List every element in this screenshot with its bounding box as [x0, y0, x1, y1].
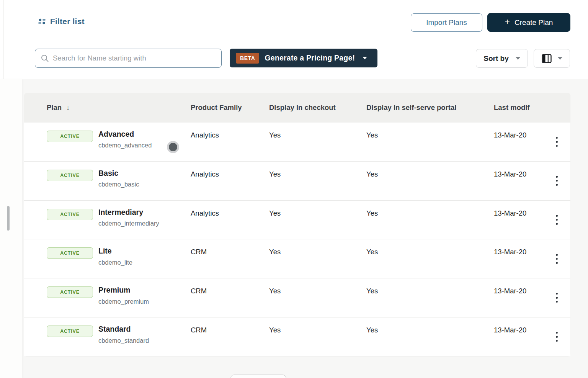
actions-cell [543, 123, 570, 161]
kebab-menu-button[interactable] [550, 172, 563, 190]
scrollbar-handle[interactable] [7, 206, 10, 231]
column-header-plan-label: Plan [47, 103, 62, 112]
table-row[interactable]: ACTIVE Lite cbdemo_lite CRM Yes Yes 13-M… [24, 239, 570, 278]
plan-cell: ACTIVE Lite cbdemo_lite [24, 239, 191, 278]
product-family-cell: Analytics [191, 201, 269, 239]
display-in-portal-cell: Yes [366, 239, 494, 278]
table-row[interactable]: ACTIVE Intermediary cbdemo_intermediary … [24, 201, 570, 240]
plus-icon: + [505, 18, 510, 26]
kebab-menu-button[interactable] [550, 211, 563, 229]
product-family-cell: CRM [191, 317, 269, 356]
actions-cell [543, 162, 570, 200]
page-header: Filter list Import Plans + Create Plan B… [0, 0, 588, 79]
sort-by-label: Sort by [483, 54, 508, 63]
status-badge: ACTIVE [47, 286, 93, 298]
chevron-down-icon [558, 57, 562, 60]
plan-id: cbdemo_standard [98, 337, 149, 344]
search-icon [41, 54, 49, 62]
beta-badge: BETA [236, 53, 259, 64]
header-divider [25, 40, 588, 40]
display-in-checkout-cell: Yes [269, 317, 366, 356]
status-badge: ACTIVE [47, 131, 93, 142]
column-header-display-in-portal: Display in self-serve portal [366, 103, 494, 112]
display-in-portal-cell: Yes [366, 278, 494, 317]
search-input[interactable] [53, 54, 216, 62]
plan-name[interactable]: Lite [98, 247, 132, 255]
display-in-portal-cell: Yes [366, 123, 494, 161]
filter-icon [38, 18, 46, 25]
plan-id: cbdemo_intermediary [98, 220, 159, 227]
product-family-cell: CRM [191, 278, 269, 317]
create-plan-label: Create Plan [514, 18, 553, 27]
plan-cell: ACTIVE Advanced cbdemo_advanced [24, 123, 191, 161]
plan-id: cbdemo_lite [98, 259, 132, 266]
import-plans-label: Import Plans [426, 18, 467, 27]
left-edge-divider [3, 0, 4, 79]
column-header-product-family: Product Family [191, 103, 269, 112]
status-badge: ACTIVE [47, 326, 93, 337]
plan-cell: ACTIVE Premium cbdemo_premium [24, 278, 191, 317]
table-row[interactable]: ACTIVE Premium cbdemo_premium CRM Yes Ye… [24, 278, 570, 317]
sort-direction-icon: ↓ [66, 103, 70, 112]
left-rail [0, 79, 22, 378]
table-header-row: Plan ↓ Product Family Display in checkou… [24, 93, 570, 123]
product-family-cell: CRM [191, 239, 269, 278]
display-in-checkout-cell: Yes [269, 162, 366, 200]
plan-name[interactable]: Basic [98, 169, 139, 177]
plan-cell: ACTIVE Standard cbdemo_standard [24, 317, 191, 356]
display-in-portal-cell: Yes [366, 201, 494, 239]
import-plans-button[interactable]: Import Plans [411, 13, 482, 32]
kebab-menu-button[interactable] [550, 133, 563, 151]
last-modified-cell: 13-Mar-20 [494, 239, 543, 278]
actions-cell [543, 317, 570, 356]
create-plan-button[interactable]: + Create Plan [487, 13, 570, 32]
load-more-button[interactable] [230, 375, 286, 378]
sort-by-button[interactable]: Sort by [476, 49, 528, 68]
filter-list-button[interactable]: Filter list [38, 17, 85, 26]
last-modified-cell: 13-Mar-20 [494, 317, 543, 356]
chevron-down-icon [516, 57, 520, 60]
plan-name[interactable]: Advanced [98, 130, 152, 138]
plan-id: cbdemo_premium [98, 298, 149, 305]
display-in-checkout-cell: Yes [269, 201, 366, 239]
plan-cell: ACTIVE Basic cbdemo_basic [24, 162, 191, 200]
table-row[interactable]: ACTIVE Advanced cbdemo_advanced Analytic… [24, 123, 570, 162]
column-header-display-in-checkout: Display in checkout [269, 103, 366, 112]
actions-cell [543, 239, 570, 278]
kebab-menu-button[interactable] [550, 328, 563, 346]
columns-icon [542, 54, 552, 63]
plan-name[interactable]: Intermediary [98, 208, 159, 216]
actions-cell [543, 278, 570, 317]
cursor-indicator [169, 143, 177, 151]
status-badge: ACTIVE [47, 247, 93, 259]
generate-pricing-page-button[interactable]: BETA Generate a Pricing Page! [230, 49, 377, 67]
plan-name[interactable]: Premium [98, 286, 149, 294]
column-header-plan[interactable]: Plan ↓ [24, 103, 191, 112]
actions-cell [543, 201, 570, 239]
status-badge: ACTIVE [47, 209, 93, 220]
last-modified-cell: 13-Mar-20 [494, 162, 543, 200]
column-settings-button[interactable] [534, 49, 570, 68]
plan-cell: ACTIVE Intermediary cbdemo_intermediary [24, 201, 191, 239]
pricing-page-label: Generate a Pricing Page! [265, 54, 355, 62]
status-badge: ACTIVE [47, 170, 93, 181]
product-family-cell: Analytics [191, 162, 269, 200]
search-box[interactable] [35, 49, 222, 68]
column-header-last-modified: Last modif [494, 103, 543, 112]
display-in-portal-cell: Yes [366, 317, 494, 356]
chevron-down-icon [363, 57, 367, 59]
table-row[interactable]: ACTIVE Basic cbdemo_basic Analytics Yes … [24, 162, 570, 201]
last-modified-cell: 13-Mar-20 [494, 123, 543, 161]
display-in-checkout-cell: Yes [269, 239, 366, 278]
plans-table: Plan ↓ Product Family Display in checkou… [24, 93, 570, 356]
last-modified-cell: 13-Mar-20 [494, 278, 543, 317]
kebab-menu-button[interactable] [550, 289, 563, 307]
plan-id: cbdemo_advanced [98, 142, 152, 149]
display-in-portal-cell: Yes [366, 162, 494, 200]
last-modified-cell: 13-Mar-20 [494, 201, 543, 239]
kebab-menu-button[interactable] [550, 250, 563, 268]
display-in-checkout-cell: Yes [269, 123, 366, 161]
display-in-checkout-cell: Yes [269, 278, 366, 317]
plan-name[interactable]: Standard [98, 325, 149, 333]
table-row[interactable]: ACTIVE Standard cbdemo_standard CRM Yes … [24, 317, 570, 356]
